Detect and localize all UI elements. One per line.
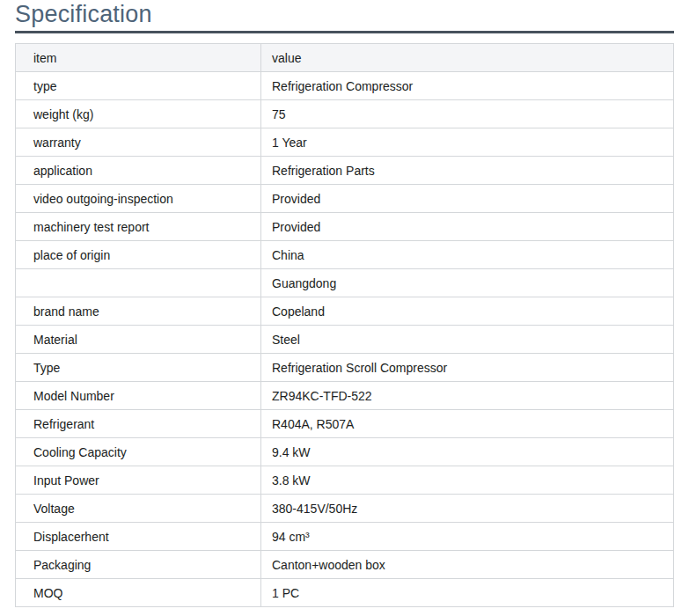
value-cell: 380-415V/50Hz: [261, 495, 674, 523]
item-cell: Input Power: [16, 466, 261, 495]
table-header-row: item value: [16, 44, 674, 72]
item-cell: machinery test report: [16, 213, 261, 241]
item-cell: weight (kg): [16, 100, 261, 128]
value-cell: Refrigeration Scroll Compressor: [261, 354, 674, 382]
value-cell: Provided: [261, 213, 674, 241]
item-cell: video outgoing-inspection: [16, 185, 261, 213]
item-cell: Cooling Capacity: [16, 438, 261, 466]
table-row: Refrigerant R404A, R507A: [16, 410, 674, 438]
item-cell: Displacerhent: [16, 523, 261, 551]
item-cell: place of origin: [16, 241, 261, 269]
value-cell: 3.8 kW: [261, 466, 674, 495]
table-row: application Refrigeration Parts: [16, 157, 674, 185]
table-row: Type Refrigeration Scroll Compressor: [16, 354, 674, 382]
value-cell: 1 Year: [261, 128, 674, 157]
item-cell: Model Number: [16, 382, 261, 410]
table-row: place of origin China: [16, 241, 674, 269]
table-row: Input Power 3.8 kW: [16, 466, 674, 495]
item-cell: type: [16, 72, 261, 100]
value-cell: 75: [261, 100, 674, 128]
value-cell: Refrigeration Parts: [261, 157, 674, 185]
page-container: Specification item value type Refrigerat…: [0, 0, 689, 607]
table-row: weight (kg) 75: [16, 100, 674, 128]
table-row: type Refrigeration Compressor: [16, 72, 674, 100]
specification-table: item value type Refrigeration Compressor…: [15, 43, 674, 607]
page-title: Specification: [15, 0, 674, 28]
table-body: type Refrigeration Compressor weight (kg…: [16, 72, 674, 607]
value-cell: Guangdong: [261, 269, 674, 297]
item-cell: MOQ: [16, 579, 261, 607]
table-row: Displacerhent 94 cm³: [16, 523, 674, 551]
table-row: Guangdong: [16, 269, 674, 297]
item-cell: Material: [16, 326, 261, 354]
item-cell: brand name: [16, 297, 261, 326]
value-cell: 94 cm³: [261, 523, 674, 551]
value-cell: Copeland: [261, 297, 674, 326]
item-cell: [16, 269, 261, 297]
header-value-cell: value: [261, 44, 674, 72]
item-cell: Packaging: [16, 551, 261, 579]
value-cell: R404A, R507A: [261, 410, 674, 438]
table-row: Material Steel: [16, 326, 674, 354]
table-row: Voltage 380-415V/50Hz: [16, 495, 674, 523]
table-row: Cooling Capacity 9.4 kW: [16, 438, 674, 466]
header-item-cell: item: [16, 44, 261, 72]
item-cell: Type: [16, 354, 261, 382]
value-cell: Provided: [261, 185, 674, 213]
value-cell: 9.4 kW: [261, 438, 674, 466]
table-row: Model Number ZR94KC-TFD-522: [16, 382, 674, 410]
value-cell: China: [261, 241, 674, 269]
value-cell: 1 PC: [261, 579, 674, 607]
item-cell: Refrigerant: [16, 410, 261, 438]
table-row: Packaging Canton+wooden box: [16, 551, 674, 579]
table-row: warranty 1 Year: [16, 128, 674, 157]
item-cell: Voltage: [16, 495, 261, 523]
table-row: machinery test report Provided: [16, 213, 674, 241]
title-underline-rule: [15, 31, 674, 33]
item-cell: warranty: [16, 128, 261, 157]
value-cell: Refrigeration Compressor: [261, 72, 674, 100]
table-row: brand name Copeland: [16, 297, 674, 326]
table-row: MOQ 1 PC: [16, 579, 674, 607]
table-row: video outgoing-inspection Provided: [16, 185, 674, 213]
value-cell: Canton+wooden box: [261, 551, 674, 579]
value-cell: Steel: [261, 326, 674, 354]
value-cell: ZR94KC-TFD-522: [261, 382, 674, 410]
item-cell: application: [16, 157, 261, 185]
